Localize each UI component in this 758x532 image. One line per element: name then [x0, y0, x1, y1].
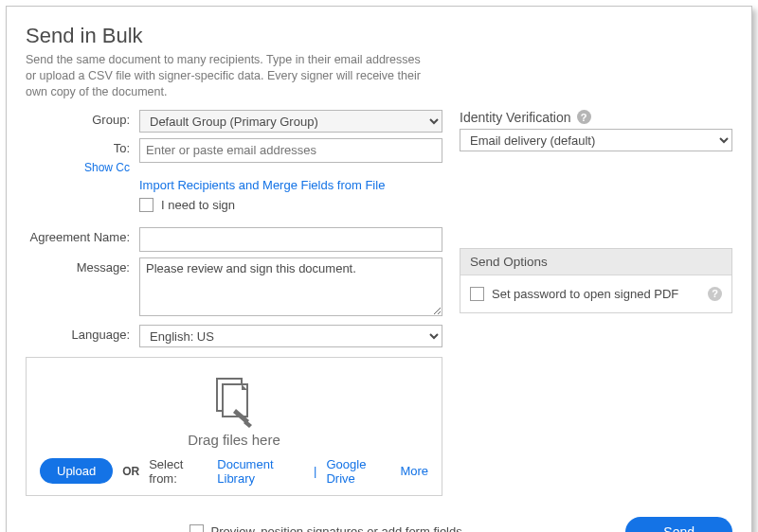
footer-bar: Preview, position signatures or add form…	[26, 517, 732, 532]
agreement-name-label: Agreement Name:	[26, 227, 139, 244]
more-link[interactable]: More	[400, 464, 428, 478]
select-from-label: Select from:	[149, 457, 208, 486]
preview-checkbox[interactable]	[190, 524, 204, 532]
import-recipients-link[interactable]: Import Recipients and Merge Fields from …	[139, 178, 385, 192]
need-to-sign-label: I need to sign	[161, 198, 235, 212]
page-subtitle: Send the same document to many recipient…	[26, 52, 433, 100]
file-dropzone[interactable]: Drag files here Upload OR Select from: D…	[26, 357, 442, 496]
set-password-checkbox[interactable]	[470, 287, 484, 301]
message-label: Message:	[26, 257, 139, 275]
to-label: To:	[26, 138, 139, 155]
send-button[interactable]: Send	[625, 517, 732, 532]
preview-label: Preview, position signatures or add form…	[211, 524, 462, 532]
document-library-link[interactable]: Document Library	[217, 457, 304, 486]
identity-verification-heading: Identity Verification	[460, 110, 571, 125]
left-column: Group: Default Group (Primary Group) To:…	[26, 110, 442, 496]
group-select[interactable]: Default Group (Primary Group)	[139, 110, 442, 133]
language-label: Language:	[26, 325, 139, 342]
send-options-heading: Send Options	[460, 249, 731, 275]
identity-verification-select[interactable]: Email delivery (default)	[460, 129, 732, 151]
drag-files-text: Drag files here	[40, 432, 428, 448]
send-in-bulk-panel: Send in Bulk Send the same document to m…	[6, 6, 752, 532]
message-field[interactable]	[139, 257, 442, 316]
help-icon[interactable]: ?	[708, 287, 722, 301]
or-text: OR	[122, 465, 139, 478]
agreement-name-field[interactable]	[139, 227, 442, 252]
page-title: Send in Bulk	[26, 24, 732, 48]
help-icon[interactable]: ?	[577, 110, 591, 124]
right-column: Identity Verification ? Email delivery (…	[460, 110, 732, 496]
set-password-label: Set password to open signed PDF	[492, 287, 678, 301]
to-field[interactable]	[139, 138, 442, 163]
send-options-box: Send Options Set password to open signed…	[460, 248, 732, 313]
need-to-sign-checkbox[interactable]	[139, 198, 153, 212]
language-select[interactable]: English: US	[139, 325, 442, 347]
group-label: Group:	[26, 110, 139, 127]
upload-button[interactable]: Upload	[40, 458, 113, 484]
files-icon	[211, 377, 257, 430]
show-cc-link[interactable]: Show Cc	[26, 161, 139, 174]
google-drive-link[interactable]: Google Drive	[326, 457, 390, 486]
